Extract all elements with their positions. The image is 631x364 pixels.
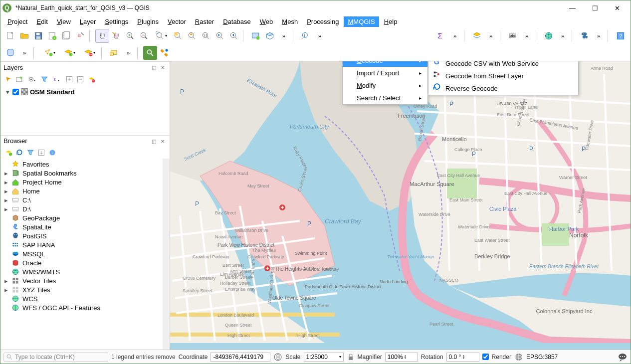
sigma-button[interactable]: Σ — [434, 29, 448, 43]
zoom-layer-button[interactable] — [185, 29, 199, 43]
layer-item[interactable]: ▾ OSM Standard — [4, 88, 166, 96]
panel-close-icon[interactable]: ✕ — [159, 64, 167, 72]
zoom-last-button[interactable] — [213, 29, 227, 43]
menu-web[interactable]: Web — [256, 16, 277, 27]
menu-processing[interactable]: Processing — [303, 16, 343, 27]
lock-icon[interactable] — [347, 353, 355, 361]
browser-c-[interactable]: ▸C:\ — [2, 195, 161, 204]
menu-plugins[interactable]: Plugins — [133, 16, 163, 27]
panel-undock-icon[interactable]: ◱ — [150, 137, 158, 145]
mmqgis-modify[interactable]: Modify▸ — [343, 79, 427, 92]
zoom-in-button[interactable] — [123, 29, 137, 43]
toolbar2-overflow-2[interactable]: » — [121, 46, 135, 60]
mmqgis-import-export[interactable]: Import / Export▸ — [343, 67, 427, 79]
toolbar-overflow-5[interactable]: » — [520, 29, 534, 43]
new-project-button[interactable] — [3, 29, 17, 43]
mmqgis-geocode[interactable]: Geocode▸ — [343, 61, 427, 67]
geocode-geocode-csv-with-web-service[interactable]: GGeocode CSV with Web Service — [428, 61, 578, 70]
open-project-button[interactable] — [17, 29, 31, 43]
menu-mesh[interactable]: Mesh — [278, 16, 302, 27]
add-group-icon[interactable] — [15, 75, 23, 83]
zoom-full-button[interactable]: ▾ — [151, 29, 171, 43]
browser-wms-wmts[interactable]: WMS/WMTS — [2, 267, 161, 276]
browser-favorites[interactable]: Favorites — [2, 160, 161, 169]
browser-home[interactable]: ▸Home — [2, 186, 161, 195]
zoom-out-button[interactable] — [137, 29, 151, 43]
new-print-layout-button[interactable]: + — [45, 29, 59, 43]
locator-input[interactable]: Type to locate (Ctrl+K) — [3, 353, 108, 362]
toolbar2-overflow-1[interactable]: » — [17, 46, 31, 60]
layer-new-button[interactable]: ▾ — [59, 46, 79, 60]
manage-themes-icon[interactable]: ▾ — [26, 75, 37, 83]
remove-layer-button[interactable]: ▾ — [79, 46, 99, 60]
save-project-button[interactable] — [31, 29, 45, 43]
render-checkbox[interactable] — [482, 354, 489, 360]
map-canvas[interactable]: P Crawford Bay Portsmouth City Freemason… — [170, 61, 631, 350]
layer-visibility-checkbox[interactable] — [12, 89, 19, 95]
new-map-view-button[interactable] — [249, 29, 263, 43]
toolbar-overflow-6[interactable]: » — [556, 29, 570, 43]
messages-icon[interactable] — [618, 352, 628, 362]
zoom-next-button[interactable] — [227, 29, 241, 43]
browser-spatialite[interactable]: SpatiaLite — [2, 222, 161, 231]
minimize-button[interactable]: — — [561, 1, 584, 15]
layout-manager-button[interactable] — [59, 29, 73, 43]
rotation-field[interactable]: 0.0 °▲▼ — [446, 353, 479, 362]
db-button[interactable] — [3, 46, 17, 60]
browser-wfs-ogc-api-features[interactable]: WFS / OGC API - Features — [2, 303, 161, 312]
menu-database[interactable]: Database — [219, 16, 255, 27]
close-button[interactable]: ✕ — [606, 1, 629, 15]
toolbar-overflow-3[interactable]: » — [448, 29, 462, 43]
label-button[interactable]: abc — [506, 29, 520, 43]
toolbar-overflow-7[interactable]: » — [592, 29, 606, 43]
identify-button[interactable]: i — [299, 29, 313, 43]
layer-expand-caret[interactable]: ▾ — [4, 88, 10, 96]
panel-undock-icon[interactable]: ◱ — [150, 64, 158, 72]
toolbar-overflow-1[interactable]: » — [277, 29, 291, 43]
browser-vector-tiles[interactable]: ▸Vector Tiles — [2, 276, 161, 285]
filter-browser-icon[interactable] — [26, 149, 34, 157]
mmqgis-search-select[interactable]: Search / Select▸ — [343, 92, 427, 104]
remove-layer-icon[interactable] — [87, 75, 95, 83]
python-button[interactable] — [578, 29, 592, 43]
zoom-selection-button[interactable] — [171, 29, 185, 43]
browser-geopackage[interactable]: GeoPackage — [2, 213, 161, 222]
browser-oracle[interactable]: Oracle — [2, 258, 161, 267]
browser-xyz-tiles[interactable]: ▸XYZ Tiles — [2, 285, 161, 294]
vector-new-button[interactable]: ▾ — [39, 46, 59, 60]
expand-all-icon[interactable] — [65, 75, 73, 83]
toolbox-button[interactable] — [157, 46, 171, 60]
toolbar-overflow-2[interactable]: » — [313, 29, 327, 43]
menu-edit[interactable]: Edit — [32, 16, 51, 27]
menu-view[interactable]: View — [53, 16, 75, 27]
crs-icon[interactable] — [514, 353, 523, 362]
collapse-all-icon[interactable] — [76, 75, 84, 83]
browser-postgis[interactable]: PostGIS — [2, 231, 161, 240]
browser-d-[interactable]: ▸D:\ — [2, 204, 161, 213]
refresh-icon[interactable] — [15, 149, 23, 157]
toolbar-overflow-4[interactable]: » — [484, 29, 498, 43]
help-button[interactable]: ? — [614, 29, 628, 43]
add-layer-icon[interactable] — [4, 149, 12, 157]
browser-wcs[interactable]: WCS — [2, 294, 161, 303]
browser-project-home[interactable]: ▸Project Home — [2, 178, 161, 186]
menu-vector[interactable]: Vector — [164, 16, 190, 27]
browser-spatial-bookmarks[interactable]: ▸Spatial Bookmarks — [2, 169, 161, 178]
new-3d-view-button[interactable] — [263, 29, 277, 43]
geocode-geocode-from-street-layer[interactable]: Geocode from Street Layer — [428, 70, 578, 82]
web-button[interactable] — [542, 29, 556, 43]
expression-filter-icon[interactable]: ε▾ — [51, 75, 62, 83]
browser-sap-hana[interactable]: SAP HANA — [2, 240, 161, 249]
deselect-button[interactable] — [107, 46, 121, 60]
menu-project[interactable]: Project — [3, 16, 31, 27]
browser-mssql[interactable]: MSSQL — [2, 249, 161, 258]
pan-button[interactable] — [95, 29, 109, 43]
scale-field[interactable]: 1:25000▾ — [304, 353, 344, 362]
filter-icon[interactable] — [40, 75, 48, 83]
scrollbar-thumb[interactable] — [163, 160, 169, 175]
properties-icon[interactable]: i — [48, 149, 56, 157]
zoom-native-button[interactable]: 1:1 — [199, 29, 213, 43]
layer-styling-icon[interactable] — [4, 75, 12, 83]
crs-label[interactable]: EPSG:3857 — [526, 354, 558, 361]
maximize-button[interactable]: ☐ — [584, 1, 606, 15]
